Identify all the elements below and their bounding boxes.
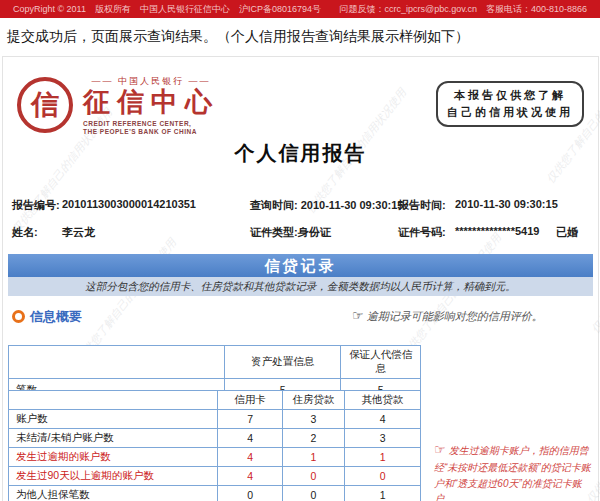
- cell-value: 4: [218, 467, 282, 486]
- header-row: 资产处置信息保证人代偿信息: [9, 346, 421, 379]
- overdue-definition-text: 发生过逾期卡账户，指的信用曾经“未按时还最低还款额”的贷记卡账户和“透支超过60…: [434, 445, 591, 501]
- name-label: 姓名:: [12, 225, 38, 240]
- header-row: 信用卡住房贷款其他贷款: [9, 391, 421, 410]
- column-header: 信用卡: [218, 391, 282, 410]
- cell-value: 1: [345, 448, 421, 467]
- column-header: 其他贷款: [345, 391, 421, 410]
- id-type: 证件类型:身份证: [250, 225, 331, 240]
- instruction-text: 提交成功后，页面展示查询结果。（个人信用报告查询结果展示样例如下）: [7, 28, 469, 46]
- id-type-value: 身份证: [298, 226, 331, 238]
- report-usage-notice: 本报告仅供您了解 自己的信用状况使用: [436, 81, 584, 127]
- id-no-label: 证件号码:: [398, 225, 446, 240]
- cell-value: 4: [345, 410, 421, 429]
- contact-text: 问题反馈：ccrc_ipcrs@pbc.gov.cn 客服电话：400-810-…: [340, 4, 588, 14]
- logo-english-line2: THE PEOPLE'S BANK OF CHINA: [83, 128, 219, 137]
- section-description: 这部分包含您的信用卡、住房贷款和其他贷款记录，金额类数据均以人民币计算，精确到元…: [8, 277, 593, 296]
- column-header: 保证人代偿信息: [341, 346, 421, 379]
- column-header: 住房贷款: [282, 391, 345, 410]
- pointing-hand-icon: ☞: [434, 442, 446, 457]
- overdue-note: ☞逾期记录可能影响对您的信用评价。: [352, 306, 590, 327]
- row-label: 发生过逾期的账户数: [9, 448, 218, 467]
- summary-heading-label: 信息概要: [30, 309, 82, 324]
- row-label: 发生过90天以上逾期的账户数: [9, 467, 218, 486]
- report-title: 个人信用报告: [3, 140, 598, 167]
- name-value: 李云龙: [62, 225, 95, 240]
- id-type-label: 证件类型:: [250, 226, 298, 238]
- cell-value: 4: [218, 448, 282, 467]
- notice-line1: 本报告仅供您了解: [447, 87, 573, 104]
- orange-bullet-icon: [12, 310, 25, 323]
- cell-value: 3: [282, 410, 345, 429]
- table-row: 为他人担保笔数001: [9, 486, 421, 501]
- copyright-text: CopyRight © 2011 版权所有 中国人民银行征信中心 沪ICP备08…: [13, 4, 321, 14]
- overdue-definition-note: ☞发生过逾期卡账户，指的信用曾经“未按时还最低还款额”的贷记卡账户和“透支超过6…: [434, 440, 596, 501]
- cell-value: 4: [218, 429, 282, 448]
- cell-value: 1: [282, 448, 345, 467]
- report-time-label: 报告时间:: [398, 198, 446, 213]
- row-label: 账户数: [9, 410, 218, 429]
- column-header: [9, 346, 225, 379]
- table-row: 发生过逾期的账户数411: [9, 448, 421, 467]
- table-row: 账户数734: [9, 410, 421, 429]
- cell-value: 0: [282, 486, 345, 501]
- cell-value: 0: [282, 467, 345, 486]
- logo-block: —— 中国人民银行 —— 征信中心 CREDIT REFERENCE CENTE…: [83, 75, 219, 137]
- row-label: 未结清/未销户账户数: [9, 429, 218, 448]
- pointing-hand-icon: ☞: [352, 308, 364, 323]
- table-row: 发生过90天以上逾期的账户数400: [9, 467, 421, 486]
- row-label: 为他人担保笔数: [9, 486, 218, 501]
- logo-center-name: 征信中心: [83, 88, 219, 118]
- pboc-seal-icon: 信: [17, 77, 73, 133]
- report-no-value: 2010113003000014210351: [62, 198, 196, 210]
- table-row: 未结清/未销户账户数423: [9, 429, 421, 448]
- report-no-label: 报告编号:: [12, 198, 60, 213]
- query-time-value: 2010-11-30 09:30:15: [301, 199, 404, 211]
- query-time-label: 查询时间:: [250, 199, 298, 211]
- cell-value: 3: [345, 429, 421, 448]
- section-banner-credit-records: 信贷记录: [8, 254, 593, 277]
- cell-value: 1: [345, 486, 421, 501]
- column-header: [9, 391, 218, 410]
- credit-report-sheet: 仅供您了解自己的信用状况使用 仅供您了解自己的信用状况使用 仅供您了解自己的信用…: [2, 56, 599, 501]
- account-summary-table: 信用卡住房贷款其他贷款账户数734未结清/未销户账户数423发生过逾期的账户数4…: [8, 390, 421, 501]
- overdue-note-text: 逾期记录可能影响对您的信用评价。: [367, 310, 543, 322]
- summary-heading: 信息概要: [12, 308, 82, 326]
- marital-status: 已婚: [556, 225, 578, 240]
- notice-line2: 自己的信用状况使用: [447, 104, 573, 121]
- cell-value: 0: [218, 486, 282, 501]
- copyright-bar: CopyRight © 2011 版权所有 中国人民银行征信中心 沪ICP备08…: [0, 0, 600, 18]
- logo-english-line1: CREDIT REFERENCE CENTER,: [83, 120, 219, 129]
- id-no-value: **************5419: [455, 225, 539, 237]
- cell-value: 2: [282, 429, 345, 448]
- column-header: 资产处置信息: [225, 346, 341, 379]
- query-time: 查询时间: 2010-11-30 09:30:15: [250, 198, 403, 213]
- cell-value: 0: [345, 467, 421, 486]
- report-time-value: 2010-11-30 09:30:15: [455, 198, 558, 210]
- logo-english-name: CREDIT REFERENCE CENTER, THE PEOPLE'S BA…: [83, 120, 219, 138]
- cell-value: 7: [218, 410, 282, 429]
